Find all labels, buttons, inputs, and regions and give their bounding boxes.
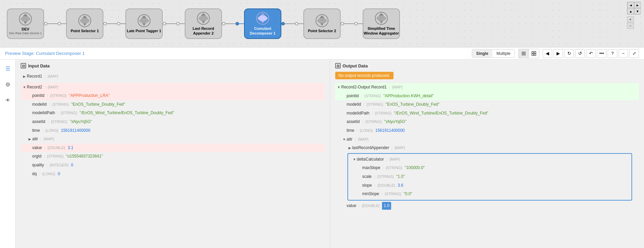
field-modelid-row[interactable]: modelId : {STRING} "EnOS_Turbine_Doubly_… (21, 100, 325, 109)
field-assetid-type: : {STRING} (47, 119, 67, 125)
pipeline-node-lra2[interactable]: Last Record Appender 2 (185, 8, 222, 39)
field-assetid-row[interactable]: assetId : {STRING} "xNyuYq5G" (21, 118, 325, 126)
preview-actions: ◀ ▶ ↻ ↺ ↶ ••• ? − ⤢ (543, 49, 639, 58)
out-field-maxslope-row[interactable]: maxSlope : {STRING} "100000.0" (351, 164, 629, 172)
out-field-lra-toggle[interactable]: ▶ (347, 145, 352, 151)
nav-up-btn[interactable]: ▲ (627, 8, 634, 14)
forward-btn[interactable]: ▶ (554, 49, 563, 58)
preview-bar: Preview Stage: Cumulant Decomposer 1 Sin… (0, 47, 644, 60)
out-field-attr-type: : {MAP} (354, 136, 368, 143)
more-btn[interactable]: ••• (597, 49, 606, 58)
pipeline-node-ps1[interactable]: Point Selector 1 (66, 8, 103, 39)
nav-down-btn[interactable]: ▼ (634, 8, 641, 14)
out-field-pointid-name: pointId (347, 92, 359, 100)
eye-sidebar-icon[interactable]: 👁 (2, 95, 13, 106)
nav-left-btn[interactable]: ◄ (627, 2, 634, 8)
svg-rect-7 (522, 52, 526, 53)
record1-row[interactable]: ▶ Record1 : {MAP} (21, 72, 325, 81)
out-field-slope-value: 3.6 (397, 182, 403, 189)
single-btn[interactable]: Single (472, 50, 492, 57)
out-field-assetid-name: assetId (347, 118, 360, 126)
out-field-modelidpath-row[interactable]: modelIdPath : {STRING} "/EnOS_Wind_Turbi… (335, 109, 639, 118)
record2-toggle[interactable]: ▼ (22, 84, 27, 90)
out-field-time-type: : {LONG} (356, 127, 373, 134)
back-btn[interactable]: ◀ (543, 49, 552, 58)
field-value-row[interactable]: value : {DOUBLE} 3.1 (21, 144, 325, 152)
field-attr-toggle[interactable]: ▶ (27, 136, 32, 142)
multiple-btn[interactable]: Multiple (492, 50, 515, 57)
preview-title: Preview Stage: Cumulant Decomposer 1 (5, 51, 468, 56)
output-record1-toggle[interactable]: ▼ (337, 84, 341, 90)
record2-row[interactable]: ▼ Record2 : {MAP} (21, 83, 325, 92)
out-field-slope-row[interactable]: slope : {DOUBLE} 3.6 (351, 181, 629, 190)
list-view-btn[interactable] (519, 49, 529, 58)
pipeline-node-cd1[interactable]: Cumulant Decomposer 1 (244, 8, 281, 39)
minimize-btn[interactable]: − (619, 49, 628, 58)
pipeline-nodes: DEV Dev Raw Data Source 1 Point Selector… (7, 8, 637, 39)
out-field-value-row[interactable]: value : {DOUBLE} 1.0 (335, 201, 639, 211)
record2-item: ▼ Record2 : {MAP} pointId : {STRING} "AP… (21, 81, 325, 179)
pipeline-node-lpt1[interactable]: Late Point Tagger 1 (125, 8, 163, 39)
field-modelidpath-row[interactable]: modelIdPath : {STRING} "/EnOS_Wind_Turbi… (21, 109, 325, 118)
node-box-ps2[interactable]: Point Selector 2 (303, 8, 341, 39)
field-attr-name: attr (32, 136, 38, 143)
view-toggle (518, 49, 539, 58)
gear-sidebar-icon[interactable]: ⚙ (2, 79, 13, 90)
connector-dev-ps1 (44, 22, 66, 25)
record2-type: : {MAP} (43, 84, 58, 91)
out-field-time-value: 1561911400000 (374, 127, 405, 135)
node-box-dev[interactable]: DEV Dev Raw Data Source 1 (7, 8, 44, 39)
svg-rect-9 (522, 55, 526, 55)
out-field-modelid-row[interactable]: modelId : {STRING} "EnOS_Turbine_Doubly_… (335, 100, 639, 109)
out-field-maxslope-value: "100000.0" (404, 164, 425, 172)
out-field-attr-row[interactable]: ▼ attr : {MAP} (335, 135, 639, 144)
pipeline-node-dev[interactable]: DEV Dev Raw Data Source 1 (7, 8, 44, 39)
node-box-ps1[interactable]: Point Selector 1 (66, 8, 103, 39)
field-quality-row[interactable]: quality : {INTEGER} 0 (21, 161, 325, 170)
undo-btn[interactable]: ↶ (586, 49, 596, 58)
field-pointid-name: pointId (32, 92, 44, 100)
out-field-assetid-row[interactable]: assetId : {STRING} "xNyuYq5G" (335, 118, 639, 126)
out-field-pointid-row[interactable]: pointId : {STRING} "APProduction.KWH_det… (335, 92, 639, 101)
field-attr-row[interactable]: ▶ attr : {MAP} (21, 135, 325, 144)
nav-right-btn[interactable]: ► (634, 2, 641, 8)
out-field-dc-type: : {MAP} (385, 156, 400, 163)
field-orgid-row[interactable]: orgId : {STRING} "o15554837323641" (21, 152, 325, 161)
dot9 (281, 22, 285, 25)
grid-view-icon (531, 51, 536, 56)
help-btn[interactable]: ? (608, 49, 617, 58)
refresh2-btn[interactable]: ↺ (575, 49, 585, 58)
zoom-out-btn[interactable]: − (627, 23, 634, 29)
node-box-lpt1[interactable]: Late Point Tagger 1 (125, 8, 163, 39)
out-field-time-row[interactable]: time : {LONG} 1561911400000 (335, 126, 639, 135)
node-box-lra2[interactable]: Last Record Appender 2 (185, 8, 222, 39)
output-record1-row[interactable]: ▼ Record2-Output Record1 : {MAP} (335, 83, 639, 92)
field-quality-type: : {INTEGER} (45, 162, 68, 169)
list-sidebar-icon[interactable]: ☰ (2, 63, 13, 74)
pipeline-node-ps2[interactable]: Point Selector 2 (303, 8, 341, 39)
node-icon-cd1 (256, 12, 269, 25)
dot5 (163, 22, 166, 25)
out-field-lra-row[interactable]: ▶ lastRecordAppender : {MAP} (335, 144, 639, 152)
field-time-row[interactable]: time : {LONG} 1561911400000 (21, 126, 325, 135)
node-box-stwa[interactable]: Simplified Time Window Aggregator (363, 8, 400, 39)
field-pointid-row[interactable]: pointId : {STRING} "APPProduction_LRA" (21, 91, 325, 100)
zoom-in-btn[interactable]: + (627, 16, 634, 22)
expand-btn[interactable]: ⤢ (629, 49, 639, 58)
out-field-minslope-row[interactable]: minSlope : {STRING} "0.0" (351, 190, 629, 199)
svg-rect-11 (534, 51, 536, 53)
field-dq-row[interactable]: dq : {LONG} 0 (21, 170, 325, 179)
connector-cd1-ps2 (281, 22, 303, 25)
field-dq-name: dq (32, 170, 37, 178)
out-field-attr-toggle[interactable]: ▼ (342, 137, 347, 143)
grid-view-btn[interactable] (529, 49, 539, 58)
record1-toggle[interactable]: ▶ (22, 74, 27, 80)
refresh-btn[interactable]: ↻ (564, 49, 574, 58)
node-box-cd1[interactable]: Cumulant Decomposer 1 (244, 8, 281, 39)
out-field-dc-row[interactable]: ▼ deltaCalculator : {MAP} (351, 155, 629, 164)
out-field-minslope-value: "0.0" (403, 190, 412, 198)
out-field-scale-row[interactable]: scale : {STRING} "1.0" (351, 172, 629, 181)
pipeline-node-stwa[interactable]: Simplified Time Window Aggregator (363, 8, 400, 39)
out-field-dc-toggle[interactable]: ▼ (352, 157, 357, 163)
out-field-maxslope-type: : {STRING} (382, 165, 402, 171)
